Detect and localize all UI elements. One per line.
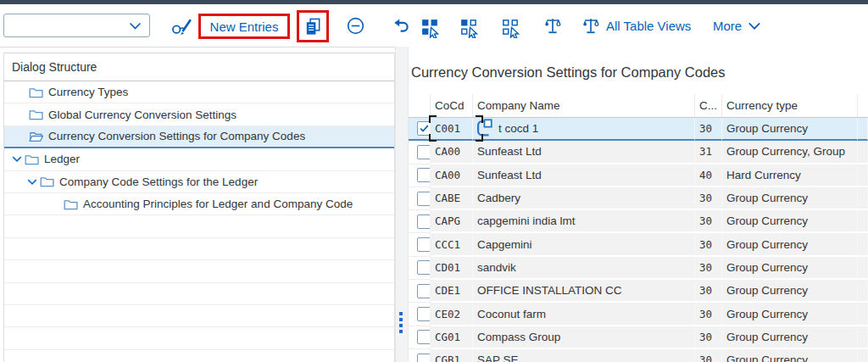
row-checkbox[interactable] bbox=[417, 330, 431, 344]
copy-icon[interactable] bbox=[303, 17, 323, 36]
table-row[interactable]: CDE1OFFICE INSTALLATION CC30Group Curren… bbox=[409, 280, 868, 303]
currency-key-cell[interactable]: 30 bbox=[695, 210, 722, 233]
cocd-cell[interactable]: CD01 bbox=[431, 257, 473, 280]
row-select-cell[interactable] bbox=[409, 257, 431, 280]
currency-type-cell[interactable]: Group Currency bbox=[722, 257, 858, 280]
row-select-cell[interactable] bbox=[409, 210, 431, 233]
currency-key-cell[interactable]: 30 bbox=[695, 187, 722, 210]
currency-type-cell[interactable]: Group Currency bbox=[722, 187, 858, 210]
company-name-cell[interactable]: Sunfeast Ltd bbox=[473, 164, 695, 187]
row-checkbox[interactable] bbox=[417, 284, 431, 298]
select-block-icon[interactable] bbox=[459, 17, 480, 38]
row-select-cell[interactable] bbox=[409, 233, 431, 256]
variant-combobox[interactable] bbox=[3, 14, 150, 37]
row-select-cell[interactable] bbox=[409, 118, 431, 141]
row-select-cell[interactable] bbox=[409, 141, 431, 164]
table-row[interactable]: CABECadbery30Group Currency bbox=[409, 187, 868, 210]
table-row[interactable]: CD01sandvik30Group Currency bbox=[409, 257, 868, 280]
currency-key-cell[interactable]: 30 bbox=[695, 303, 722, 326]
currency-key-cell[interactable]: 30 bbox=[695, 118, 722, 141]
table-row[interactable]: CCC1Capgemini30Group Currency bbox=[409, 233, 868, 256]
table-row[interactable]: C001t cocd 130Group Currency bbox=[409, 118, 868, 141]
cocd-cell[interactable]: CCC1 bbox=[431, 233, 473, 256]
company-name-cell[interactable]: Cadbery bbox=[473, 187, 695, 210]
company-name-cell[interactable]: SAP SE bbox=[473, 349, 695, 362]
row-checkbox[interactable] bbox=[417, 354, 431, 362]
column-header-company-name[interactable]: Company Name bbox=[473, 94, 695, 117]
row-checkbox[interactable] bbox=[417, 260, 431, 275]
tree-item[interactable]: Currency Types bbox=[4, 81, 394, 103]
select-all-icon[interactable] bbox=[420, 17, 441, 38]
row-select-cell[interactable] bbox=[409, 280, 431, 303]
company-name-cell[interactable]: OFFICE INSTALLATION CC bbox=[473, 280, 695, 303]
table-row[interactable]: CGB1SAP SE30Group Currency bbox=[409, 349, 868, 362]
currency-type-cell[interactable]: Group Currency bbox=[722, 349, 858, 362]
table-row[interactable]: CE02Coconut farm30Group Currency bbox=[409, 303, 868, 326]
company-name-cell[interactable]: Compass Group bbox=[473, 326, 695, 349]
table-row[interactable]: CA00Sunfeast Ltd31Group Currency, Group bbox=[409, 141, 868, 164]
currency-type-cell[interactable]: Group Currency bbox=[722, 303, 858, 326]
currency-key-cell[interactable]: 31 bbox=[695, 141, 722, 164]
cocd-cell[interactable]: CG01 bbox=[431, 326, 473, 349]
all-table-views-button[interactable]: All Table Views bbox=[581, 13, 691, 38]
row-checkbox[interactable] bbox=[417, 214, 431, 229]
currency-key-cell[interactable]: 40 bbox=[695, 164, 722, 187]
display-change-icon[interactable] bbox=[171, 15, 194, 36]
company-name-cell[interactable]: Coconut farm bbox=[473, 303, 695, 326]
row-select-cell[interactable] bbox=[409, 326, 431, 349]
company-name-cell[interactable]: sandvik bbox=[473, 257, 695, 280]
column-header-extra[interactable] bbox=[858, 94, 868, 117]
currency-type-cell[interactable]: Group Currency bbox=[722, 233, 858, 256]
company-name-cell[interactable]: Sunfeast Ltd bbox=[473, 141, 695, 164]
row-select-cell[interactable] bbox=[409, 349, 431, 362]
cocd-cell[interactable]: CE02 bbox=[431, 303, 473, 326]
column-header-select[interactable] bbox=[409, 94, 431, 117]
remove-icon[interactable] bbox=[346, 16, 365, 36]
tree-item[interactable]: Accounting Principles for Ledger and Com… bbox=[4, 193, 394, 215]
row-checkbox[interactable] bbox=[417, 307, 431, 321]
cocd-cell[interactable]: CABE bbox=[431, 187, 473, 210]
company-name-cell[interactable]: capgemini india lmt bbox=[473, 210, 695, 233]
company-name-cell[interactable]: t cocd 1 bbox=[473, 118, 695, 141]
new-entries-button[interactable]: New Entries bbox=[210, 19, 279, 34]
table-row[interactable]: CAPGcapgemini india lmt30Group Currency bbox=[409, 210, 868, 233]
currency-key-cell[interactable]: 30 bbox=[695, 349, 722, 362]
currency-type-cell[interactable]: Group Currency, Group bbox=[722, 141, 858, 164]
table-row[interactable]: CA00Sunfeast Ltd40Hard Currency bbox=[409, 164, 868, 187]
cocd-cell[interactable]: CGB1 bbox=[431, 349, 473, 362]
column-header-currency-type[interactable]: Currency type bbox=[722, 94, 858, 117]
undo-icon[interactable] bbox=[392, 17, 411, 36]
column-header-currency-key[interactable]: C... bbox=[695, 94, 722, 117]
currency-key-cell[interactable]: 30 bbox=[695, 233, 722, 256]
row-checkbox[interactable] bbox=[417, 237, 431, 252]
currency-type-cell[interactable]: Group Currency bbox=[722, 280, 858, 303]
row-select-cell[interactable] bbox=[409, 303, 431, 326]
row-checkbox-checked[interactable] bbox=[417, 121, 431, 136]
cocd-cell[interactable]: CA00 bbox=[431, 141, 473, 164]
cocd-cell[interactable]: CDE1 bbox=[431, 280, 473, 303]
cocd-cell[interactable]: CA00 bbox=[431, 164, 473, 187]
cocd-cell[interactable]: CAPG bbox=[431, 210, 473, 233]
tree-item[interactable]: Currency Conversion Settings for Company… bbox=[4, 126, 394, 148]
currency-type-cell[interactable]: Group Currency bbox=[722, 210, 858, 233]
splitter-grip-icon[interactable] bbox=[399, 312, 403, 333]
currency-type-cell[interactable]: Group Currency bbox=[722, 326, 858, 349]
row-checkbox[interactable] bbox=[417, 145, 431, 159]
table-row[interactable]: CG01Compass Group30Group Currency bbox=[409, 326, 868, 349]
panel-splitter[interactable] bbox=[395, 47, 409, 362]
more-button[interactable]: More bbox=[713, 13, 761, 38]
currency-key-cell[interactable]: 30 bbox=[695, 280, 722, 303]
currency-type-cell[interactable]: Hard Currency bbox=[722, 164, 858, 187]
tree-item[interactable]: Company Code Settings for the Ledger bbox=[4, 171, 394, 193]
currency-key-cell[interactable]: 30 bbox=[695, 257, 722, 280]
compare-icon[interactable] bbox=[543, 15, 562, 36]
row-checkbox[interactable] bbox=[417, 168, 431, 182]
cocd-cell[interactable]: C001 bbox=[431, 118, 473, 141]
currency-type-cell[interactable]: Group Currency bbox=[722, 118, 858, 141]
column-header-cocd[interactable]: CoCd bbox=[431, 94, 473, 117]
currency-key-cell[interactable]: 30 bbox=[695, 326, 722, 349]
tree-item[interactable]: Global Currency Conversion Settings bbox=[4, 103, 394, 125]
row-checkbox[interactable] bbox=[417, 192, 431, 206]
row-select-cell[interactable] bbox=[409, 164, 431, 187]
company-name-cell[interactable]: Capgemini bbox=[473, 233, 695, 256]
